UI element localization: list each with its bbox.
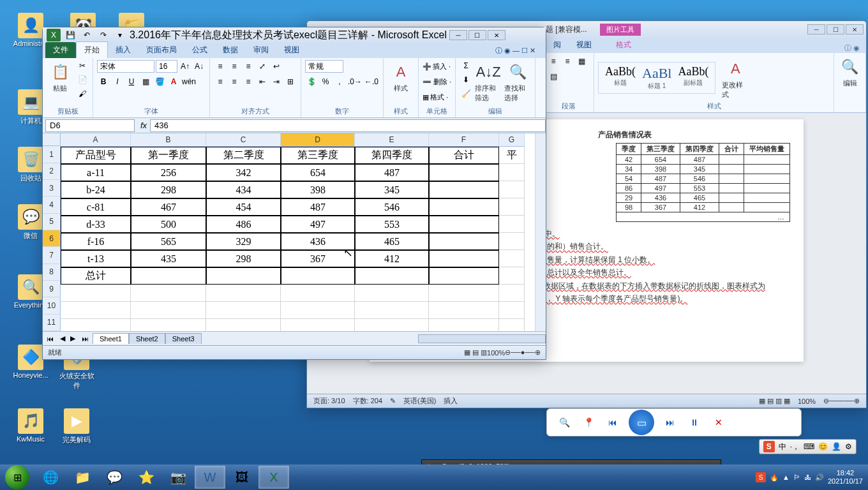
increase-font-icon[interactable]: A↑ (179, 60, 191, 73)
cell[interactable]: 487 (355, 164, 429, 181)
cell[interactable] (281, 267, 355, 285)
italic-icon[interactable]: I (111, 75, 124, 88)
cell[interactable]: 256 (131, 164, 206, 181)
play-button[interactable]: ▭ (629, 410, 654, 435)
cell[interactable]: 第四季度 (355, 147, 429, 164)
undo-icon[interactable]: ↶ (80, 29, 94, 41)
desktop-icon[interactable]: 🎵KwMusic (11, 408, 50, 443)
next-track-icon[interactable]: ⏭ (662, 414, 678, 431)
cell[interactable]: 第二季度 (206, 147, 281, 164)
sort-filter-button[interactable]: A↓Z排序和筛选 (475, 59, 502, 103)
sheet-nav-next-icon[interactable]: ▶ (68, 334, 78, 343)
cell[interactable] (131, 285, 206, 302)
media-control-bar[interactable]: 🔍 📍 ⏮ ▭ ⏭ ⏸ ✕ (546, 408, 802, 436)
align-center-icon[interactable]: ≡ (228, 75, 241, 88)
cell[interactable]: 412 (355, 250, 429, 267)
sheet-tab-1[interactable]: Sheet1 (93, 333, 129, 344)
format-painter-icon[interactable]: 🖌 (76, 87, 89, 100)
cell[interactable]: 342 (206, 164, 281, 181)
cell[interactable]: c-81 (61, 198, 131, 216)
word-zoom[interactable]: 100% (798, 397, 816, 405)
word-tab-format[interactable]: 格式 (608, 37, 639, 53)
column-header[interactable]: F (429, 133, 499, 147)
cell[interactable]: b-24 (61, 181, 131, 198)
column-header[interactable]: G (499, 133, 525, 147)
cell[interactable] (206, 319, 281, 331)
excel-minimize-button[interactable]: ─ (449, 30, 467, 40)
taskbar-clock[interactable]: 18:422021/10/17 (828, 469, 863, 486)
sheet-nav-prev-icon[interactable]: ◀ (57, 334, 68, 343)
cell[interactable] (355, 302, 429, 319)
cell[interactable]: 第三季度 (281, 147, 355, 164)
cell[interactable] (206, 267, 281, 285)
cell[interactable]: 367 (281, 250, 355, 267)
cell[interactable] (281, 319, 355, 331)
cell[interactable]: 平 (499, 147, 525, 164)
cell[interactable]: 398 (281, 181, 355, 198)
taskbar-pictures-icon[interactable]: 🖼 (227, 466, 257, 489)
percent-icon[interactable]: % (319, 75, 332, 88)
cell[interactable]: 329 (206, 233, 281, 250)
change-styles-button[interactable]: A更改样式 (722, 56, 749, 100)
row-header[interactable]: 7 (43, 247, 61, 264)
bold-icon[interactable]: B (97, 75, 110, 88)
pin-icon[interactable]: 📍 (580, 414, 597, 431)
tray-up-icon[interactable]: ▲ (782, 473, 789, 481)
align-left-icon[interactable]: ≡ (214, 75, 227, 88)
column-header[interactable]: D (281, 133, 355, 147)
taskbar-ocam-icon[interactable]: 📷 (163, 466, 193, 489)
horizontal-scrollbar[interactable] (418, 334, 546, 343)
zoom-out-button[interactable]: ⊖─────⊕ (823, 397, 860, 405)
cut-icon[interactable]: ✂ (76, 59, 89, 72)
taskbar-ie-icon[interactable]: 🌐 (35, 466, 66, 489)
taskbar-app-icon[interactable]: 💬 (99, 466, 130, 489)
tab-home[interactable]: 开始 (76, 41, 108, 58)
zoom-slider[interactable]: ⊖──●──⊕ (505, 348, 541, 357)
prev-track-icon[interactable]: ⏮ (604, 414, 621, 431)
word-help-icon[interactable]: ⓘ ◉ (841, 43, 864, 53)
insert-cells-button[interactable]: ➕ 插入 · (423, 59, 451, 73)
cell[interactable] (429, 250, 499, 267)
cell[interactable]: 435 (131, 250, 206, 267)
cell[interactable] (499, 181, 525, 198)
decrease-indent-icon[interactable]: ⇤ (256, 75, 269, 88)
worksheet-grid[interactable]: 1234567891011 ABCDEFG 产品型号第一季度第二季度第三季度第四… (43, 133, 546, 331)
cell[interactable] (355, 267, 429, 285)
tray-flag-icon[interactable]: 🏳 (793, 473, 800, 481)
cell[interactable] (61, 285, 131, 302)
cell[interactable] (355, 285, 429, 302)
row-header[interactable]: 5 (43, 214, 61, 230)
cell[interactable] (61, 319, 131, 331)
cell[interactable] (206, 285, 281, 302)
font-name-combo[interactable]: 宋体 (97, 60, 154, 73)
cell[interactable] (499, 198, 525, 216)
cell[interactable] (499, 164, 525, 181)
row-header[interactable]: 11 (43, 315, 61, 331)
comma-icon[interactable]: , (333, 75, 346, 88)
cell[interactable]: t-13 (61, 250, 131, 267)
border-icon[interactable]: ▦ (139, 75, 152, 88)
paste-button[interactable]: 📋粘贴 (47, 59, 73, 93)
cell[interactable] (429, 233, 499, 250)
cell[interactable]: 467 (131, 198, 206, 216)
clear-icon[interactable]: 🧹 (460, 87, 472, 100)
underline-icon[interactable]: U (125, 75, 138, 88)
zoom-level[interactable]: 100% (487, 349, 505, 357)
ribbon-help-icon[interactable]: ⓘ ◉ — ☐ ✕ (488, 43, 543, 58)
cell[interactable]: 487 (281, 198, 355, 216)
view-buttons[interactable]: ▦ ▤ ▥ (464, 348, 487, 357)
cell[interactable]: f-16 (61, 233, 131, 250)
align-top-icon[interactable]: ≡ (214, 60, 227, 73)
taskbar-star-icon[interactable]: ⭐ (131, 466, 161, 489)
cell[interactable] (499, 319, 525, 331)
redo-icon[interactable]: ↷ (96, 29, 110, 41)
phonetic-icon[interactable]: wén (181, 75, 197, 88)
align-middle-icon[interactable]: ≡ (228, 60, 241, 73)
column-header[interactable]: E (355, 133, 429, 147)
tab-insert[interactable]: 插入 (108, 42, 138, 58)
taskbar-word-icon[interactable]: W (195, 466, 225, 489)
row-header[interactable]: 6 (43, 230, 61, 247)
ime-cn-mode[interactable]: 中 (779, 442, 786, 452)
increase-indent-icon[interactable]: ⇥ (270, 75, 283, 88)
system-tray[interactable]: S 🔥 ▲ 🏳 🖧 🔊 18:422021/10/17 (751, 469, 868, 486)
